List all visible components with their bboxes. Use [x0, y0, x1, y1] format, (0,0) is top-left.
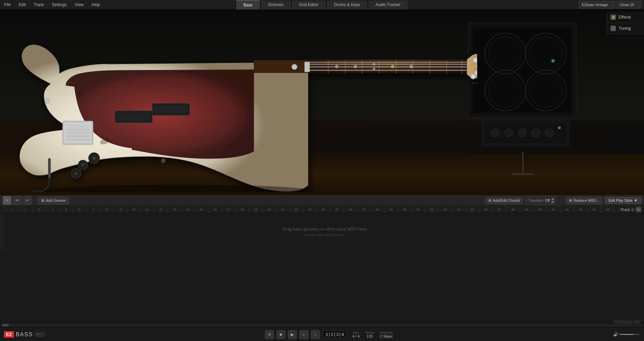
tab-grooves[interactable]: Grooves — [260, 0, 291, 9]
ruler-marker: 40 — [533, 206, 547, 213]
select-tool-button[interactable]: ↖ — [3, 196, 12, 205]
svg-rect-31 — [154, 105, 188, 114]
ruler-marker: 25 — [330, 206, 343, 213]
track-label-area — [0, 213, 5, 250]
output-selector[interactable]: Clean DI — [617, 1, 641, 8]
ruler-marker: 42 — [560, 206, 574, 213]
status-bar: EZ BASS BETA ↺ ■ ▶ ● ♩ 1|2|3|4 Sign. 4 /… — [0, 327, 644, 341]
tab-audio-tracker[interactable]: Audio Tracker — [368, 0, 408, 9]
edit-play-style-button[interactable]: Edit Play Style ▼ — [605, 197, 641, 204]
add-track-button[interactable]: + — [636, 207, 641, 212]
tuning-button[interactable]: ♩ Tuning — [607, 23, 644, 34]
drop-text-sub: to add notes and chords — [305, 233, 345, 237]
pencil-tool-button[interactable]: ✏ — [13, 196, 22, 205]
sign-value: 4 / 4 — [352, 334, 359, 338]
add-groove-button[interactable]: ⊞ Add Groove — [38, 197, 69, 204]
ruler-marker: 35 — [465, 206, 479, 213]
song-info: Sign. 4 / 4 Tempo 120 Song Key C Major — [352, 331, 393, 338]
ruler-marker: 18 — [235, 206, 249, 213]
chevron-down-icon: ▼ — [634, 198, 638, 202]
svg-text:EZ BASS: EZ BASS — [472, 82, 477, 84]
transition-label: Transition — [529, 199, 543, 202]
bass-area: EZ BASS — [0, 9, 644, 195]
menu-edit[interactable]: Edit — [17, 2, 27, 8]
svg-point-8 — [488, 74, 522, 107]
metronome-button[interactable]: ♩ — [311, 330, 320, 339]
output-selector-wrapper: Clean DI — [617, 1, 641, 8]
svg-rect-73 — [48, 158, 51, 178]
replace-midi-button[interactable]: ⊞ Replace MIDI... — [566, 197, 602, 204]
ruler-marker: 10 — [127, 206, 140, 213]
scissor-tool-button[interactable]: ✂ — [23, 196, 32, 205]
toolbar-separator-2 — [561, 197, 562, 204]
play-icon: ▶ — [291, 332, 294, 337]
scroll-track[interactable] — [1, 324, 643, 326]
loop-icon: ↺ — [268, 332, 271, 337]
svg-point-71 — [292, 64, 297, 70]
menu-file[interactable]: File — [3, 2, 12, 8]
beta-badge: BETA — [35, 332, 44, 337]
volume-control[interactable]: 🔊 — [613, 332, 640, 337]
ruler-marker: 16 — [208, 206, 222, 213]
transition-spinner[interactable]: ▲ ▼ — [551, 198, 554, 203]
replace-midi-label: Replace MIDI... — [573, 198, 599, 202]
scroll-area[interactable] — [0, 322, 644, 327]
transition-group: Transition Off ▲ ▼ — [526, 196, 557, 205]
ruler-marker: 7 — [86, 206, 100, 213]
add-edit-chords-label: Add/Edit Chords — [493, 198, 520, 202]
ruler-marker: 39 — [519, 206, 533, 213]
tempo-value: 120 — [367, 334, 373, 338]
transition-down-button[interactable]: ▼ — [551, 201, 554, 203]
volume-slider[interactable] — [620, 334, 640, 335]
svg-point-69 — [472, 75, 474, 78]
svg-point-63 — [474, 59, 477, 62]
transition-up-button[interactable]: ▲ — [551, 198, 554, 200]
tab-grid-editor[interactable]: Grid Editor — [291, 0, 326, 9]
add-edit-chords-button[interactable]: ⊞ Add/Edit Chords — [485, 197, 523, 204]
ruler-marker: 19 — [249, 206, 262, 213]
preset-selector-wrapper: EZbass Vintage — [579, 1, 615, 8]
tab-drums-keys[interactable]: Drums & Keys — [326, 0, 368, 9]
stop-icon: ■ — [280, 332, 282, 337]
menu-help[interactable]: Help — [90, 2, 102, 8]
replace-icon: ⊞ — [569, 198, 572, 203]
preset-selector[interactable]: EZbass Vintage — [579, 1, 615, 8]
menu-view[interactable]: View — [73, 2, 85, 8]
ruler-marker: 38 — [506, 206, 519, 213]
ruler-marker: 9 — [113, 206, 127, 213]
ruler-marker: 21 — [276, 206, 289, 213]
tuning-icon: ♩ — [610, 26, 616, 31]
ruler-marker: 6 — [73, 206, 86, 213]
loop-button[interactable]: ↺ — [265, 330, 274, 339]
track-header: Track 1 + — [621, 206, 644, 213]
volume-fill — [620, 334, 634, 335]
transport-controls: ↺ ■ ▶ ● ♩ 1|2|3|4 Sign. 4 / 4 Tempo 120 … — [265, 330, 393, 339]
key-item: Song Key C Major — [380, 331, 393, 338]
svg-rect-20 — [512, 173, 534, 175]
ruler-marker: 5 — [59, 206, 73, 213]
toolbar-right: ⊞ Add/Edit Chords Transition Off ▲ ▼ ⊞ R… — [485, 196, 641, 205]
play-button[interactable]: ▶ — [288, 330, 297, 339]
track-area[interactable]: Drag bass grooves or other tonal MIDI he… — [0, 213, 644, 250]
ruler-marker: 11 — [140, 206, 154, 213]
ruler-marker: 24 — [316, 206, 330, 213]
ruler-marker: 30 — [398, 206, 411, 213]
ruler-marker: 1 — [5, 206, 19, 213]
transition-value: Off — [545, 198, 550, 202]
tempo-item: Tempo 120 — [365, 331, 374, 338]
record-button[interactable]: ● — [299, 330, 308, 339]
stop-button[interactable]: ■ — [276, 330, 285, 339]
svg-rect-70 — [305, 62, 310, 72]
scroll-thumb[interactable] — [2, 324, 9, 326]
tab-bass[interactable]: Bass — [236, 0, 260, 9]
menu-track[interactable]: Track — [32, 2, 45, 8]
menu-settings[interactable]: Settings — [51, 2, 68, 8]
ruler-marker: 22 — [289, 206, 303, 213]
ez-badge: EZ — [4, 331, 14, 338]
ruler-marker: 33 — [438, 206, 452, 213]
scissor-icon: ✂ — [26, 198, 29, 203]
bass-text: BASS — [16, 332, 33, 338]
edit-play-style-label: Edit Play Style — [608, 198, 632, 202]
volume-icon: 🔊 — [613, 332, 618, 337]
effects-button[interactable]: ⚡ Effects — [607, 12, 644, 23]
